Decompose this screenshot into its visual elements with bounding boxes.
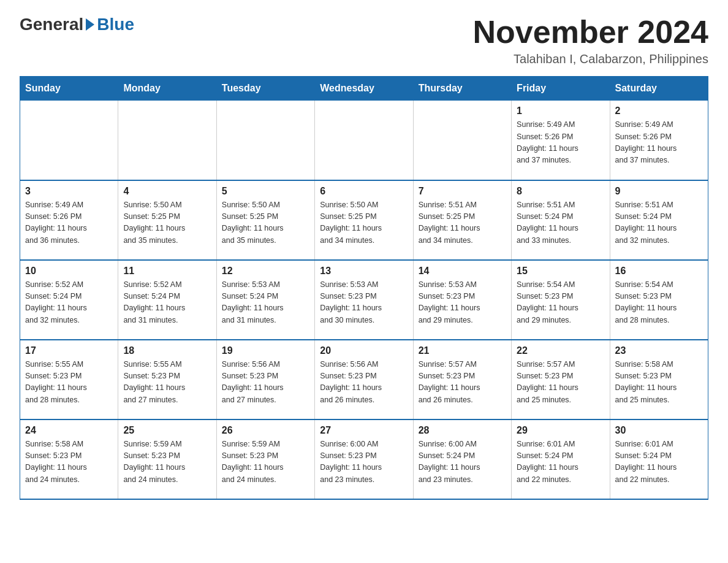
- week-row-5: 24Sunrise: 5:58 AMSunset: 5:23 PMDayligh…: [20, 419, 708, 499]
- day-cell: 27Sunrise: 6:00 AMSunset: 5:23 PMDayligh…: [315, 419, 413, 499]
- day-cell: 6Sunrise: 5:50 AMSunset: 5:25 PMDaylight…: [315, 180, 413, 260]
- day-cell: 2Sunrise: 5:49 AMSunset: 5:26 PMDaylight…: [610, 101, 708, 180]
- page-title: November 2024: [473, 15, 708, 50]
- day-info: Sunrise: 5:57 AMSunset: 5:23 PMDaylight:…: [419, 359, 506, 407]
- header-cell-sunday: Sunday: [20, 77, 118, 101]
- calendar-header: SundayMondayTuesdayWednesdayThursdayFrid…: [20, 77, 708, 101]
- day-info: Sunrise: 5:56 AMSunset: 5:23 PMDaylight:…: [320, 359, 408, 407]
- day-info: Sunrise: 6:00 AMSunset: 5:23 PMDaylight:…: [320, 439, 408, 486]
- day-info: Sunrise: 5:51 AMSunset: 5:24 PMDaylight:…: [517, 199, 604, 247]
- day-number: 19: [222, 345, 309, 356]
- logo-triangle-icon: [86, 18, 94, 31]
- calendar-body: 1Sunrise: 5:49 AMSunset: 5:26 PMDaylight…: [20, 101, 708, 499]
- day-cell: 20Sunrise: 5:56 AMSunset: 5:23 PMDayligh…: [315, 340, 413, 419]
- day-number: 6: [320, 186, 408, 197]
- day-cell: 10Sunrise: 5:52 AMSunset: 5:24 PMDayligh…: [20, 260, 118, 340]
- day-info: Sunrise: 5:53 AMSunset: 5:24 PMDaylight:…: [222, 279, 309, 327]
- calendar-table: SundayMondayTuesdayWednesdayThursdayFrid…: [20, 76, 708, 500]
- day-number: 26: [222, 425, 309, 436]
- header-cell-tuesday: Tuesday: [216, 77, 314, 101]
- day-info: Sunrise: 5:49 AMSunset: 5:26 PMDaylight:…: [517, 119, 604, 167]
- day-info: Sunrise: 5:49 AMSunset: 5:26 PMDaylight:…: [615, 119, 703, 167]
- day-number: 7: [419, 186, 506, 197]
- day-number: 13: [320, 266, 408, 277]
- day-number: 3: [25, 186, 113, 197]
- day-info: Sunrise: 5:58 AMSunset: 5:23 PMDaylight:…: [25, 439, 113, 486]
- day-number: 17: [25, 345, 113, 356]
- page-subtitle: Talahiban I, Calabarzon, Philippines: [473, 52, 708, 66]
- day-number: 25: [123, 425, 211, 436]
- header: General Blue November 2024 Talahiban I, …: [20, 15, 708, 66]
- day-number: 1: [517, 105, 604, 117]
- day-info: Sunrise: 5:50 AMSunset: 5:25 PMDaylight:…: [320, 199, 408, 247]
- day-info: Sunrise: 5:56 AMSunset: 5:23 PMDaylight:…: [222, 359, 309, 407]
- day-number: 30: [615, 425, 703, 436]
- day-cell: 21Sunrise: 5:57 AMSunset: 5:23 PMDayligh…: [413, 340, 511, 419]
- day-info: Sunrise: 5:51 AMSunset: 5:24 PMDaylight:…: [615, 199, 703, 247]
- day-cell: 1Sunrise: 5:49 AMSunset: 5:26 PMDaylight…: [512, 101, 610, 180]
- day-info: Sunrise: 5:59 AMSunset: 5:23 PMDaylight:…: [222, 439, 309, 486]
- logo: General Blue: [20, 15, 134, 34]
- day-number: 22: [517, 345, 604, 356]
- day-info: Sunrise: 5:55 AMSunset: 5:23 PMDaylight:…: [25, 359, 113, 407]
- day-info: Sunrise: 5:49 AMSunset: 5:26 PMDaylight:…: [25, 199, 113, 247]
- logo-blue-text: Blue: [97, 15, 134, 34]
- day-number: 24: [25, 425, 113, 436]
- day-number: 2: [615, 105, 703, 117]
- day-number: 8: [517, 186, 604, 197]
- day-cell: [413, 101, 511, 180]
- day-info: Sunrise: 5:54 AMSunset: 5:23 PMDaylight:…: [615, 279, 703, 327]
- day-cell: 18Sunrise: 5:55 AMSunset: 5:23 PMDayligh…: [118, 340, 216, 419]
- day-cell: 28Sunrise: 6:00 AMSunset: 5:24 PMDayligh…: [413, 419, 511, 499]
- day-cell: [216, 101, 314, 180]
- week-row-3: 10Sunrise: 5:52 AMSunset: 5:24 PMDayligh…: [20, 260, 708, 340]
- day-cell: 9Sunrise: 5:51 AMSunset: 5:24 PMDaylight…: [610, 180, 708, 260]
- day-info: Sunrise: 5:53 AMSunset: 5:23 PMDaylight:…: [320, 279, 408, 327]
- day-cell: 8Sunrise: 5:51 AMSunset: 5:24 PMDaylight…: [512, 180, 610, 260]
- day-number: 28: [419, 425, 506, 436]
- day-cell: [118, 101, 216, 180]
- day-number: 21: [419, 345, 506, 356]
- day-cell: 25Sunrise: 5:59 AMSunset: 5:23 PMDayligh…: [118, 419, 216, 499]
- day-number: 27: [320, 425, 408, 436]
- day-info: Sunrise: 5:54 AMSunset: 5:23 PMDaylight:…: [517, 279, 604, 327]
- day-number: 20: [320, 345, 408, 356]
- day-cell: 13Sunrise: 5:53 AMSunset: 5:23 PMDayligh…: [315, 260, 413, 340]
- title-area: November 2024 Talahiban I, Calabarzon, P…: [473, 15, 708, 66]
- day-cell: 23Sunrise: 5:58 AMSunset: 5:23 PMDayligh…: [610, 340, 708, 419]
- day-number: 15: [517, 266, 604, 277]
- day-info: Sunrise: 6:01 AMSunset: 5:24 PMDaylight:…: [615, 439, 703, 486]
- week-row-2: 3Sunrise: 5:49 AMSunset: 5:26 PMDaylight…: [20, 180, 708, 260]
- day-cell: 12Sunrise: 5:53 AMSunset: 5:24 PMDayligh…: [216, 260, 314, 340]
- day-cell: [315, 101, 413, 180]
- day-info: Sunrise: 5:57 AMSunset: 5:23 PMDaylight:…: [517, 359, 604, 407]
- day-cell: 29Sunrise: 6:01 AMSunset: 5:24 PMDayligh…: [512, 419, 610, 499]
- day-info: Sunrise: 5:52 AMSunset: 5:24 PMDaylight:…: [123, 279, 211, 327]
- day-cell: 24Sunrise: 5:58 AMSunset: 5:23 PMDayligh…: [20, 419, 118, 499]
- header-cell-saturday: Saturday: [610, 77, 708, 101]
- logo-area: General Blue: [20, 15, 134, 34]
- day-number: 11: [123, 266, 211, 277]
- day-number: 10: [25, 266, 113, 277]
- day-cell: 19Sunrise: 5:56 AMSunset: 5:23 PMDayligh…: [216, 340, 314, 419]
- day-cell: 30Sunrise: 6:01 AMSunset: 5:24 PMDayligh…: [610, 419, 708, 499]
- day-info: Sunrise: 6:00 AMSunset: 5:24 PMDaylight:…: [419, 439, 506, 486]
- day-number: 18: [123, 345, 211, 356]
- day-info: Sunrise: 5:58 AMSunset: 5:23 PMDaylight:…: [615, 359, 703, 407]
- day-info: Sunrise: 5:51 AMSunset: 5:25 PMDaylight:…: [419, 199, 506, 247]
- day-number: 23: [615, 345, 703, 356]
- week-row-4: 17Sunrise: 5:55 AMSunset: 5:23 PMDayligh…: [20, 340, 708, 419]
- header-cell-friday: Friday: [512, 77, 610, 101]
- day-info: Sunrise: 5:52 AMSunset: 5:24 PMDaylight:…: [25, 279, 113, 327]
- day-number: 9: [615, 186, 703, 197]
- day-number: 16: [615, 266, 703, 277]
- day-cell: 15Sunrise: 5:54 AMSunset: 5:23 PMDayligh…: [512, 260, 610, 340]
- day-cell: 26Sunrise: 5:59 AMSunset: 5:23 PMDayligh…: [216, 419, 314, 499]
- header-cell-monday: Monday: [118, 77, 216, 101]
- day-info: Sunrise: 5:53 AMSunset: 5:23 PMDaylight:…: [419, 279, 506, 327]
- day-cell: 14Sunrise: 5:53 AMSunset: 5:23 PMDayligh…: [413, 260, 511, 340]
- day-info: Sunrise: 5:59 AMSunset: 5:23 PMDaylight:…: [123, 439, 211, 486]
- day-cell: 4Sunrise: 5:50 AMSunset: 5:25 PMDaylight…: [118, 180, 216, 260]
- day-info: Sunrise: 5:50 AMSunset: 5:25 PMDaylight:…: [222, 199, 309, 247]
- day-info: Sunrise: 6:01 AMSunset: 5:24 PMDaylight:…: [517, 439, 604, 486]
